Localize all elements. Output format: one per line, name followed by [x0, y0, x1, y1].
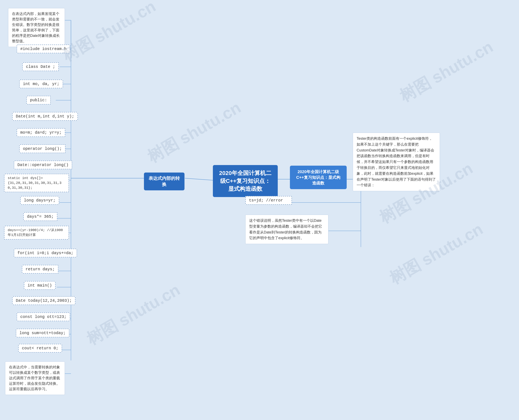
code-assign: mo=m; da=d; yr=y;: [17, 128, 65, 137]
code-static-dys: static int dys[]={31,28,31,30,31,30,31,3…: [4, 174, 69, 192]
code-for-loop: for(int i=0;i days+=da;: [14, 249, 77, 257]
code-cout-return: cout< return 0;: [18, 344, 62, 352]
watermark-2: 树图 shutu.cn: [144, 97, 245, 168]
code-long-sum: long sum=ott+today;: [16, 329, 69, 337]
code-date-operator: Date::operator long(): [14, 161, 72, 169]
code-long-days: long days=yr;: [20, 196, 59, 205]
right-code-error: ts=jd; //error: [245, 196, 292, 205]
code-int-main: int main(): [24, 281, 55, 290]
watermark-3: 树图 shutu.cn: [396, 36, 497, 107]
right-info-box-2: 这个错误说明，虽然Tester类中有一个以Date型变量为参数的构造函数，编译器…: [245, 215, 328, 244]
watermark-6: 树图 shutu.cn: [386, 218, 487, 289]
bottom-text-box: 在表达式中，当需要转换的对象可以转换成某个数字类型，或表达式调用了作用于某个类的…: [5, 361, 65, 395]
code-public: public:: [26, 96, 51, 105]
code-include: #include iostream.h: [17, 45, 70, 53]
code-int-mo: int mo, da, yr;: [19, 80, 63, 88]
left-branch-node[interactable]: 表达式内部的转换: [144, 172, 185, 190]
code-return-days: return days;: [22, 265, 58, 274]
code-date-constructor: Date(int m,int d,int y);: [12, 112, 78, 121]
code-class-date: class Date ;: [22, 62, 59, 71]
code-const-long: const long ott=123;: [17, 313, 70, 321]
code-date-today: Date today(12,24,2003);: [12, 296, 75, 305]
top-text-box: 在表达式内部，如果发现某个类型和需要的不一致，就会发生错误。数字类型的转换是很简…: [8, 8, 65, 47]
watermark-1: 树图 shutu.cn: [58, 0, 160, 67]
right-branch-node[interactable]: 2020年全国计算机二级C++复习知识点：显式构造函数: [290, 166, 347, 189]
svg-line-23: [185, 178, 213, 180]
code-operator-long: operator long();: [19, 144, 65, 153]
watermark-5: 树图 shutu.cn: [83, 279, 184, 350]
code-days-add-yr: days+=(yr-1900)/4; //从1900年1月1日开始计算: [4, 226, 69, 240]
right-info-box-1: Tester类的构造函数前面有一个explicit修饰符，如果不加上这个关键字，…: [353, 133, 440, 191]
connector-lines: [0, 0, 519, 420]
code-days-mult: days*= 365;: [23, 212, 57, 221]
center-node[interactable]: 2020年全国计算机二级C++复习知识点：显式构造函数: [213, 165, 278, 197]
